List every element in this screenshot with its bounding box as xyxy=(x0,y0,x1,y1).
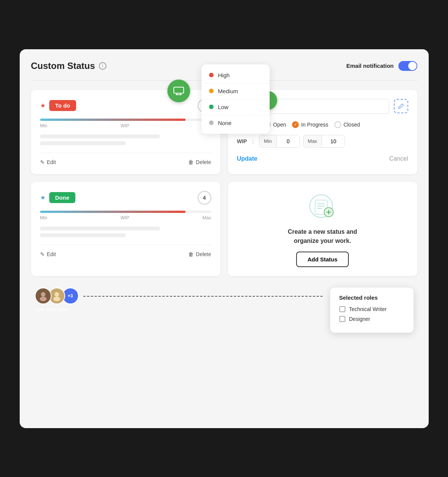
selected-roles-popup: Selected roles Technical Writer Designer xyxy=(330,288,414,333)
edit-actions: Update Cancel xyxy=(237,155,408,162)
type-radio-group: Open In Progress Closed xyxy=(264,121,360,128)
add-status-description: Create a new status and organize your wo… xyxy=(288,227,357,246)
todo-line-2 xyxy=(40,141,126,145)
roles-popup-title: Selected roles xyxy=(339,294,404,301)
info-icon[interactable]: i xyxy=(99,62,106,70)
delete-trash-icon: 🗑 xyxy=(188,159,194,165)
add-status-button[interactable]: Add Status xyxy=(296,252,349,267)
cancel-button[interactable]: Cancel xyxy=(389,155,408,162)
done-card-header: ★ Done 4 xyxy=(40,191,211,205)
wip-label: WIP xyxy=(237,138,247,144)
wip-input-group: Min Max xyxy=(259,135,345,148)
add-status-panel: Create a new status and organize your wo… xyxy=(228,182,417,276)
wip-min-box: Min xyxy=(259,135,300,148)
type-closed-radio[interactable] xyxy=(334,121,341,128)
priority-medium-label: Medium xyxy=(218,88,238,94)
done-status-card: ★ Done 4 Min WIP Max xyxy=(31,182,220,276)
bottom-section: +3 User education Selected roles Technic… xyxy=(31,288,417,333)
type-in-progress-label: In Progress xyxy=(301,122,328,128)
update-button[interactable]: Update xyxy=(237,155,258,162)
todo-wip-min: Min xyxy=(40,123,47,128)
done-delete-label: Delete xyxy=(196,251,211,257)
done-wip-min: Min xyxy=(40,215,47,221)
done-card-footer: ✎ Edit 🗑 Delete xyxy=(40,245,211,257)
type-closed-label: Closed xyxy=(343,122,360,128)
email-notification-label: Email notification xyxy=(346,63,393,69)
dot-low xyxy=(209,105,214,109)
type-closed-option[interactable]: Closed xyxy=(334,121,360,128)
todo-badge: To do xyxy=(49,100,76,111)
done-badge: Done xyxy=(49,192,76,203)
role-designer[interactable]: Designer xyxy=(339,316,404,322)
todo-card-header: ★ To do 1 xyxy=(40,99,211,113)
done-star-icon[interactable]: ★ xyxy=(40,194,45,201)
todo-card-footer: ✎ Edit 🗑 Delete xyxy=(40,153,211,165)
user-education-label: User education xyxy=(35,307,68,312)
type-open-label: Open xyxy=(273,122,286,128)
todo-star-icon[interactable]: ★ xyxy=(40,102,45,109)
page-title: Custom Status xyxy=(31,61,95,71)
todo-line-1 xyxy=(40,134,160,138)
done-edit-label: Edit xyxy=(47,251,56,257)
done-card-header-left: ★ Done xyxy=(40,192,76,203)
todo-wip-wip: WIP xyxy=(121,123,130,128)
done-line-2 xyxy=(40,233,126,237)
wip-max-input[interactable] xyxy=(322,135,345,147)
done-count: 4 xyxy=(198,191,211,205)
todo-edit-label: Edit xyxy=(47,159,56,165)
role-designer-checkbox[interactable] xyxy=(339,316,345,322)
wip-row: WIP : Min Max xyxy=(237,135,408,148)
svg-point-12 xyxy=(41,292,45,297)
priority-high[interactable]: High xyxy=(201,67,270,83)
email-notification-toggle[interactable] xyxy=(398,61,417,71)
title-row: Custom Status i xyxy=(31,61,106,71)
dot-high xyxy=(209,73,214,77)
add-status-illustration xyxy=(308,191,338,221)
svg-point-14 xyxy=(55,292,59,297)
wip-max-box: Max xyxy=(303,135,345,148)
done-edit-button[interactable]: ✎ Edit xyxy=(40,251,56,257)
priority-low[interactable]: Low xyxy=(201,99,270,115)
svg-point-15 xyxy=(53,297,60,301)
done-edit-pencil-icon: ✎ xyxy=(40,251,45,257)
role-designer-label: Designer xyxy=(349,316,370,322)
svg-point-13 xyxy=(40,297,47,301)
role-technical-writer-checkbox[interactable] xyxy=(339,306,345,312)
done-wip-bar: Min WIP Max xyxy=(40,211,211,221)
todo-status-card: ★ To do 1 Min WIP Max xyxy=(31,90,220,174)
dot-none xyxy=(209,120,214,125)
priority-dropdown[interactable]: High Medium Low None xyxy=(201,64,270,134)
edit-icon-button[interactable] xyxy=(394,99,408,113)
done-delete-button[interactable]: 🗑 Delete xyxy=(188,251,211,257)
wip-max-label: Max xyxy=(303,135,322,147)
svg-rect-0 xyxy=(174,87,184,93)
todo-wip-bar: Min WIP Max xyxy=(40,119,211,128)
priority-high-label: High xyxy=(218,72,230,78)
priority-medium[interactable]: Medium xyxy=(201,83,270,99)
done-wip-max: Max xyxy=(203,215,211,221)
edit-pencil-icon: ✎ xyxy=(40,159,45,165)
type-in-progress-option[interactable]: In Progress xyxy=(292,121,328,128)
wip-colon: : xyxy=(252,138,254,144)
avatars-container: +3 xyxy=(35,288,76,304)
priority-low-label: Low xyxy=(218,104,229,110)
priority-none-label: None xyxy=(218,120,232,126)
dot-medium xyxy=(209,89,214,93)
wip-min-label: Min xyxy=(259,135,277,147)
priority-none[interactable]: None xyxy=(201,115,270,131)
todo-delete-button[interactable]: 🗑 Delete xyxy=(188,159,211,165)
avatar-1[interactable] xyxy=(35,288,52,304)
todo-card-header-left: ★ To do xyxy=(40,100,76,111)
done-line-1 xyxy=(40,227,160,230)
done-delete-trash-icon: 🗑 xyxy=(188,251,194,257)
dashed-connector xyxy=(83,296,323,297)
email-notification-section: Email notification xyxy=(346,61,417,71)
todo-edit-button[interactable]: ✎ Edit xyxy=(40,159,56,165)
wip-min-input[interactable] xyxy=(277,135,300,147)
todo-delete-label: Delete xyxy=(196,159,211,165)
role-technical-writer[interactable]: Technical Writer xyxy=(339,306,404,312)
role-technical-writer-label: Technical Writer xyxy=(349,306,387,312)
type-in-progress-radio[interactable] xyxy=(292,121,299,128)
monitor-icon-button[interactable] xyxy=(167,80,190,102)
done-wip-wip: WIP xyxy=(121,215,130,221)
